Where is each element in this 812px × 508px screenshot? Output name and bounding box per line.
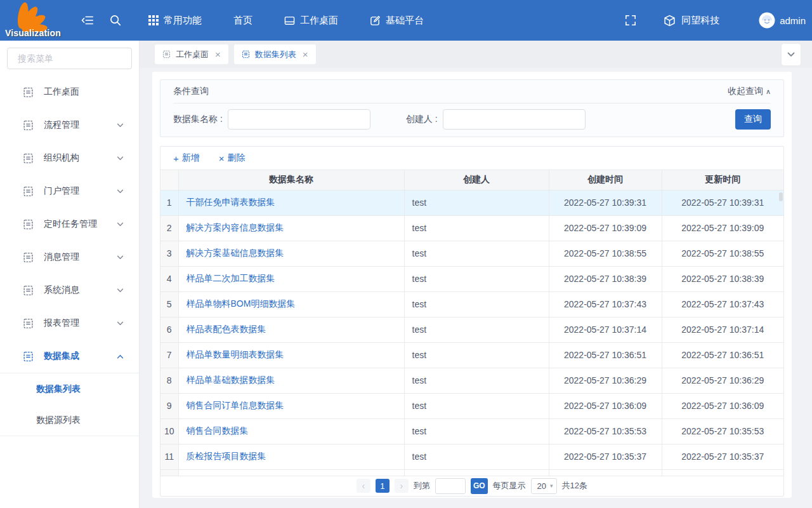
dataset-name-link[interactable]: 样品单基础数据数据集 [187,375,275,385]
dataset-name-input[interactable] [228,109,370,130]
row-index: 6 [160,317,178,342]
dataset-table-body: 1干部任免申请表数据集test2022-05-27 10:39:312022-0… [160,190,783,476]
row-creator: test [404,190,549,215]
collapse-query-label: 收起查询 [728,86,763,97]
dataset-name-link[interactable]: 销售合同订单信息数据集 [187,400,284,410]
table-row: 4样品单二次加工数据集test2022-05-27 10:38:392022-0… [160,266,783,291]
sidebar: 工作桌面流程管理组织机构门户管理定时任务管理消息管理系统消息报表管理数据集成数据… [0,41,140,508]
sidebar-item-3[interactable]: 门户管理 [0,175,139,208]
document-icon [23,120,34,131]
delete-button[interactable]: × 删除 [219,152,246,164]
nav-item-home[interactable]: 首页 [233,15,252,27]
creator-input[interactable] [443,109,586,130]
row-index: 11 [160,444,178,469]
header-nav: 常用功能 首页 工作桌面 基础平台 [148,15,424,27]
menu-fold-icon[interactable] [80,13,95,28]
row-updated-time: 2022-05-27 10:37:14 [662,317,783,342]
sidebar-item-6[interactable]: 系统消息 [0,274,139,307]
row-creator: test [404,266,549,291]
next-page-button[interactable]: › [395,479,409,493]
submenu-item-1[interactable]: 数据源列表 [0,404,139,436]
sidebar-item-label: 消息管理 [44,251,79,263]
sidebar-item-1[interactable]: 流程管理 [0,109,139,142]
close-icon[interactable]: × [303,50,308,59]
document-icon [23,252,34,263]
table-row: 8样品单基础数据数据集test2022-05-27 10:36:292022-0… [160,368,783,393]
document-icon [162,50,171,58]
tab-dataset-list[interactable]: 数据集列表 × [234,44,316,64]
dataset-name-link[interactable]: 样品单数量明细表数据集 [187,349,284,359]
row-creator: test [404,317,549,342]
row-index: 7 [160,342,178,368]
sidebar-item-8[interactable]: 数据集成 [0,340,139,373]
row-updated-time: 2022-05-27 10:36:29 [662,368,783,393]
menu-search-input[interactable] [18,53,133,64]
desktop-icon [284,15,295,26]
go-button[interactable]: GO [471,478,488,494]
row-created-time: 2022-05-27 10:35:37 [549,444,662,469]
document-icon [242,50,250,58]
index-column-header [160,170,178,190]
tab-label: 数据集列表 [255,49,296,60]
table-scrollbar-thumb[interactable] [779,192,783,201]
nav-item-work-desktop[interactable]: 工作桌面 [284,15,338,27]
dataset-name-link[interactable]: 销售合同数据集 [187,425,249,436]
page-number-button[interactable]: 1 [376,479,390,493]
row-creator: test [404,342,549,368]
dataset-name-link[interactable]: 干部任免申请表数据集 [187,197,275,207]
table-row: 7样品单数量明细表数据集test2022-05-27 10:36:512022-… [160,342,783,368]
dataset-name-link[interactable]: 解决方案内容信息数据集 [187,222,284,232]
goto-page-input[interactable] [435,478,466,494]
dataset-name-link[interactable]: 质检报告项目数据集 [187,451,266,461]
row-created-time: 2022-05-27 10:36:09 [549,393,662,418]
add-button-label: 新增 [182,152,200,164]
submenu-item-0[interactable]: 数据集列表 [0,373,139,404]
per-page-select[interactable]: 20 ▾ [531,478,557,494]
document-icon [23,219,34,230]
close-icon[interactable]: × [215,50,221,59]
sidebar-item-label: 门户管理 [44,185,79,197]
sidebar-item-label: 组织机构 [44,152,79,164]
table-row: 11质检报告项目数据集test2022-05-27 10:35:372022-0… [160,444,783,469]
sidebar-item-7[interactable]: 报表管理 [0,307,139,340]
tab-bar: 工作桌面 × 数据集列表 × [140,41,812,68]
search-icon[interactable] [108,13,123,28]
column-header-created-time: 创建时间 [549,170,662,190]
fullscreen-icon[interactable] [623,13,638,28]
sidebar-item-2[interactable]: 组织机构 [0,142,139,175]
tab-work-desktop[interactable]: 工作桌面 × [155,44,228,64]
platform-edit-icon [370,15,381,26]
prev-page-button[interactable]: ‹ [357,479,370,493]
chevron-up-icon: ∧ [766,88,771,96]
sidebar-item-5[interactable]: 消息管理 [0,241,139,274]
company-switcher[interactable]: 同望科技 [664,15,719,27]
dataset-name-link[interactable]: 样品表配色表数据集 [187,324,266,334]
sidebar-item-4[interactable]: 定时任务管理 [0,208,139,241]
goto-page-label: 到第 [414,480,430,491]
nav-item-base-platform[interactable]: 基础平台 [370,15,424,27]
row-created-time: 2022-05-27 10:39:31 [549,190,662,215]
sidebar-item-label: 工作桌面 [44,86,79,98]
nav-item-common-functions[interactable]: 常用功能 [148,15,202,27]
collapse-query-link[interactable]: 收起查询 ∧ [728,86,771,97]
sidebar-item-0[interactable]: 工作桌面 [0,76,139,109]
delete-button-label: 删除 [228,152,246,164]
tab-list-dropdown-button[interactable] [782,44,801,65]
nav-label: 工作桌面 [300,15,338,27]
query-panel-title: 条件查询 [173,86,209,97]
document-icon [23,153,34,164]
row-index: 4 [160,266,178,291]
table-row: 6样品表配色表数据集test2022-05-27 10:37:142022-05… [160,317,783,342]
app-logo: Visualization [0,0,71,41]
column-header-dataset-name: 数据集名称 [178,170,404,190]
main-area: 工作桌面 × 数据集列表 × 条件查询 收起 [140,41,812,508]
logo-fan-icon [16,1,67,32]
row-created-time: 2022-05-27 10:37:43 [549,291,662,317]
user-menu[interactable]: admin [759,12,806,29]
dataset-name-link[interactable]: 样品单二次加工数据集 [187,273,275,283]
add-button[interactable]: + 新增 [173,152,200,164]
dataset-name-link[interactable]: 样品单物料BOM明细数据集 [187,298,296,309]
query-button[interactable]: 查询 [735,109,771,130]
document-icon [23,87,34,98]
dataset-name-link[interactable]: 解决方案基础信息数据集 [187,248,284,258]
